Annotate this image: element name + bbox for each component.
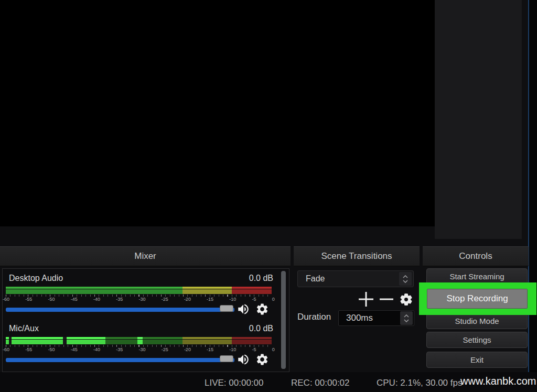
plus-icon bbox=[358, 291, 374, 308]
meter-tick-label: -50 bbox=[48, 347, 55, 353]
meter-segment bbox=[6, 340, 9, 344]
duration-input[interactable]: 300ms bbox=[338, 310, 414, 326]
meter-tick-label: -60 bbox=[3, 347, 9, 353]
meter-tick-label: -55 bbox=[25, 347, 32, 353]
meter-tick-label: -30 bbox=[138, 347, 145, 353]
meter-segment bbox=[232, 287, 272, 289]
right-side-panel bbox=[435, 0, 522, 239]
meter-tick-label: -20 bbox=[184, 297, 191, 302]
gear-icon bbox=[255, 302, 269, 316]
meter-segment bbox=[182, 289, 232, 294]
desktop-audio-volume-handle[interactable] bbox=[220, 305, 233, 312]
meter-segment bbox=[6, 289, 182, 294]
meter-tick-label: -5 bbox=[252, 297, 256, 302]
meter-segment bbox=[232, 289, 272, 294]
settings-button[interactable]: Settings bbox=[426, 332, 528, 348]
duration-spinner[interactable] bbox=[400, 311, 413, 325]
desktop-audio-tick-labels: -60-55-50-45-40-35-30-25-20-15-10-50 bbox=[3, 297, 275, 302]
meter-segment bbox=[182, 337, 232, 339]
stop-recording-button[interactable]: Stop Recording bbox=[427, 289, 528, 309]
meter-tick-label: -15 bbox=[207, 347, 213, 353]
meter-segment bbox=[6, 287, 182, 289]
desktop-audio-db-value: 0.0 dB bbox=[249, 274, 273, 283]
meter-tick-label: -25 bbox=[162, 297, 168, 302]
mic-aux-mute-button[interactable] bbox=[237, 353, 250, 366]
meter-tick-label: -10 bbox=[229, 347, 236, 353]
meter-segment bbox=[182, 287, 232, 289]
meter-segment bbox=[6, 337, 9, 339]
mic-aux-volume-handle[interactable] bbox=[220, 355, 233, 362]
scene-transitions-dock-title: Scene Transitions bbox=[321, 251, 392, 262]
status-bar: LIVE: 00:00:00 REC: 00:00:02 CPU: 2.1%, … bbox=[0, 372, 537, 392]
transition-selected-value: Fade bbox=[306, 274, 325, 284]
mixer-dock-header: Mixer bbox=[0, 246, 291, 266]
studio-mode-button[interactable]: Studio Mode bbox=[426, 313, 528, 329]
transition-select[interactable]: Fade bbox=[297, 270, 414, 287]
meter-segment bbox=[232, 337, 272, 339]
duration-label: Duration bbox=[297, 312, 331, 322]
meter-tick-label: -55 bbox=[25, 297, 32, 302]
desktop-audio-meter-peak bbox=[6, 287, 272, 289]
desktop-audio-label: Desktop Audio bbox=[9, 274, 63, 283]
meter-tick-label: 0 bbox=[272, 347, 275, 353]
mic-aux-label: Mic/Aux bbox=[9, 324, 39, 333]
meter-segment bbox=[12, 340, 63, 344]
meter-segment bbox=[143, 340, 183, 344]
add-transition-button[interactable] bbox=[357, 290, 375, 308]
meter-segment bbox=[137, 337, 142, 339]
meter-tick-label: -20 bbox=[184, 347, 191, 353]
chevron-up-icon bbox=[404, 314, 409, 318]
mic-aux-meter bbox=[6, 340, 272, 344]
preview-canvas bbox=[0, 0, 435, 226]
meter-tick-label: -15 bbox=[207, 297, 213, 302]
chevron-down-icon bbox=[404, 319, 409, 322]
meter-tick-label: -10 bbox=[229, 297, 236, 302]
speaker-icon bbox=[237, 302, 250, 316]
exit-button[interactable]: Exit bbox=[426, 352, 528, 368]
meter-tick-label: -40 bbox=[93, 297, 100, 302]
mixer-scrollbar[interactable] bbox=[281, 271, 286, 369]
meter-segment bbox=[143, 337, 183, 339]
desktop-audio-volume-slider[interactable] bbox=[6, 308, 234, 312]
desktop-audio-meter bbox=[6, 289, 272, 294]
meter-segment bbox=[67, 340, 106, 344]
transition-properties-button[interactable] bbox=[399, 292, 413, 307]
meter-tick-label: -35 bbox=[116, 297, 123, 302]
mic-aux-volume-slider[interactable] bbox=[6, 358, 234, 362]
mixer-panel: Desktop Audio 0.0 dB -60-55-50-45-40-35-… bbox=[2, 268, 289, 372]
mic-aux-meter-peak bbox=[6, 337, 272, 339]
window-right-strip bbox=[529, 0, 537, 392]
meter-segment bbox=[232, 340, 272, 344]
chevron-up-icon bbox=[403, 275, 408, 278]
meter-tick-label: -45 bbox=[71, 297, 78, 302]
meter-segment bbox=[137, 340, 142, 344]
mic-aux-settings-button[interactable] bbox=[255, 353, 269, 366]
meter-tick-label: -60 bbox=[3, 297, 9, 302]
meter-tick-label: -5 bbox=[252, 347, 256, 353]
speaker-icon bbox=[237, 353, 250, 366]
chevron-down-icon bbox=[403, 280, 408, 283]
transition-select-spinner[interactable] bbox=[399, 272, 412, 286]
controls-dock-header: Controls bbox=[423, 246, 529, 266]
remove-transition-button[interactable] bbox=[378, 290, 395, 308]
meter-tick-label: 0 bbox=[272, 297, 275, 302]
meter-tick-label: -35 bbox=[116, 347, 123, 353]
desktop-audio-mute-button[interactable] bbox=[237, 302, 250, 316]
meter-segment bbox=[105, 340, 137, 344]
meter-segment bbox=[182, 340, 232, 344]
obs-window: Mixer Scene Transitions Controls Desktop… bbox=[0, 0, 537, 392]
cpu-fps-status: CPU: 2.1%, 30.00 fps bbox=[377, 378, 462, 388]
watermark-text: www.kanbk.com bbox=[460, 375, 536, 387]
gear-icon bbox=[255, 353, 269, 366]
mic-aux-db-value: 0.0 dB bbox=[249, 324, 273, 333]
desktop-audio-settings-button[interactable] bbox=[255, 302, 269, 316]
rec-time-status: REC: 00:00:02 bbox=[291, 378, 350, 388]
meter-segment bbox=[12, 337, 63, 339]
meter-tick-label: -25 bbox=[162, 347, 168, 353]
scene-transitions-dock-header: Scene Transitions bbox=[294, 246, 420, 266]
controls-dock-title: Controls bbox=[459, 251, 492, 262]
duration-value: 300ms bbox=[346, 313, 373, 323]
meter-tick-label: -45 bbox=[71, 347, 78, 353]
minus-icon bbox=[378, 291, 395, 308]
meter-segment bbox=[105, 337, 137, 339]
